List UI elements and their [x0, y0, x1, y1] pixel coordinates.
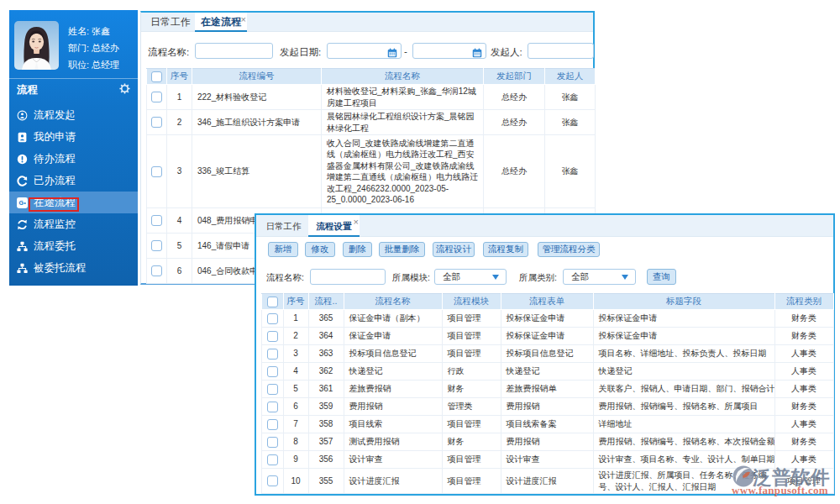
svg-text:G: G [18, 199, 24, 207]
